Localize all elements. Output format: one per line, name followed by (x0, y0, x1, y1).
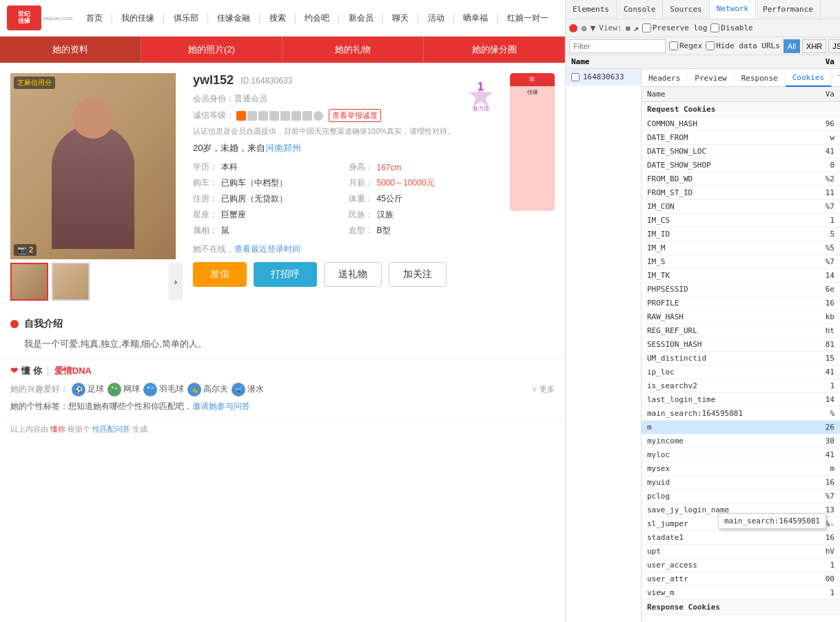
disable-cache-checkbox[interactable] (710, 23, 719, 32)
main-photo[interactable]: 芝麻信用分 📷 2 (10, 73, 176, 259)
cookie-name: mysex (642, 462, 808, 476)
cookie-row[interactable]: FROM_BD_WD %2 (642, 172, 840, 186)
filter-toggle[interactable]: ▼ (590, 23, 595, 33)
cookie-row[interactable]: FROM_ST_ID 11 (642, 186, 840, 200)
more-hobbies-link[interactable]: ∨ 更多 (531, 384, 555, 394)
filter-all-btn[interactable]: All (783, 39, 800, 53)
cookie-row[interactable]: IM_ID 5 (642, 228, 840, 241)
nav-my[interactable]: 我的佳缘 (119, 11, 157, 26)
cookie-name: IM_TK (642, 269, 808, 283)
nav-new[interactable]: 新会员 (346, 11, 376, 26)
tab-network[interactable]: Network (710, 0, 756, 19)
cookie-row[interactable]: myincome 30 (642, 434, 840, 448)
cookie-row[interactable]: UM_distinctid 15 (642, 352, 840, 365)
cookie-row[interactable]: PHPSESSID 6e (642, 283, 840, 297)
cookie-value: 16 (808, 476, 840, 490)
request-item-164830633[interactable]: 164830633 (566, 69, 641, 86)
cookie-row[interactable]: is_searchv2 1 (642, 379, 840, 393)
tab-sources[interactable]: Sources (663, 0, 709, 19)
nav-home[interactable]: 首页 (83, 11, 105, 26)
cookie-row-highlighted[interactable]: m 26 (642, 421, 840, 434)
thumb-next[interactable]: › (169, 263, 183, 301)
cookie-row[interactable]: PROFILE 16 (642, 297, 840, 310)
cookie-row[interactable]: last_login_time 14 (642, 393, 840, 407)
tab-elements[interactable]: Elements (566, 0, 617, 19)
nav-happy[interactable]: 晒幸福 (460, 11, 491, 26)
cookie-row[interactable]: IM_M %5 (642, 241, 840, 255)
cookie-row[interactable]: mysex m (642, 462, 840, 476)
nav-date[interactable]: 约会吧 (302, 11, 332, 26)
cookie-row[interactable]: RAW_HASH kb (642, 310, 840, 324)
sub-tab-timing[interactable]: Timing (832, 69, 840, 87)
preserve-log-checkbox[interactable] (642, 23, 651, 32)
cookie-row[interactable]: IM_TK 14 (642, 269, 840, 283)
col-name[interactable]: Name (642, 87, 808, 102)
sincerity-house-icon (291, 111, 301, 121)
tab-circle[interactable]: 她的缘分圈 (424, 37, 565, 63)
nav-activity[interactable]: 活动 (425, 11, 447, 26)
filter-js-btn[interactable]: JS (828, 39, 840, 53)
expand-view-icon[interactable]: ↗ (634, 23, 639, 33)
cookie-tooltip: main_search:164595081 (718, 513, 826, 529)
hide-data-checkbox[interactable] (706, 41, 715, 50)
cookie-row[interactable]: user_access 1 (642, 559, 840, 572)
regex-checkbox[interactable] (669, 41, 678, 50)
nav-matchmaker[interactable]: 红娘一对一 (504, 11, 551, 26)
filter-xhr-btn[interactable]: XHR (802, 39, 826, 53)
cookie-row[interactable]: pclog %7 (642, 490, 840, 503)
sub-tab-headers[interactable]: Headers (642, 69, 688, 87)
tab-performance[interactable]: Performance (756, 0, 821, 19)
cookie-row[interactable]: DATE_SHOW_SHOP 0 (642, 159, 840, 172)
logo[interactable]: 世纪 佳缘 jiayuan.com (7, 6, 73, 30)
tab-profile[interactable]: 她的资料 (0, 37, 141, 63)
last-login-link[interactable]: 查看最近登录时间 (234, 244, 300, 254)
cookie-row[interactable]: IM_S %7 (642, 255, 840, 269)
send-message-button[interactable]: 发信 (193, 262, 247, 287)
follow-button[interactable]: 加关注 (389, 262, 447, 287)
invite-qa-link[interactable]: 邀请她参与问答 (192, 401, 250, 411)
say-hi-button[interactable]: 打招呼 (254, 262, 317, 287)
location-link[interactable]: 河南郑州 (265, 143, 301, 153)
request-name: 164830633 (583, 72, 624, 81)
nav-finance[interactable]: 佳缘金融 (214, 11, 253, 26)
verify-link[interactable]: 查看举报诚度 (329, 109, 381, 122)
nav-chat[interactable]: 聊天 (389, 11, 411, 26)
cookie-row[interactable]: REG_REF_URL ht (642, 324, 840, 338)
cookies-table: Name Va Request Cookies COMMON_HASH 96 (642, 87, 840, 615)
cookie-row[interactable]: view_m 1 (642, 586, 840, 600)
tab-photos[interactable]: 她的照片(2) (141, 37, 283, 63)
cookie-row[interactable]: stadate1 16 (642, 531, 840, 545)
cookie-row[interactable]: ip_loc 41 (642, 365, 840, 379)
cookie-row[interactable]: upt hV (642, 545, 840, 559)
cookie-row[interactable]: DATE_FROM w (642, 131, 840, 145)
sub-tab-preview[interactable]: Preview (688, 69, 734, 87)
clear-button[interactable]: ⊗ (581, 23, 586, 34)
list-view-icon[interactable]: ≡ (625, 23, 630, 33)
tab-gifts[interactable]: 她的礼物 (283, 37, 424, 63)
request-checkbox[interactable] (571, 73, 580, 81)
sub-tab-response[interactable]: Response (735, 69, 786, 87)
cookie-row[interactable]: myloc 41 (642, 448, 840, 462)
cookie-value: w (808, 131, 840, 145)
cookie-row[interactable]: user_attr 00 (642, 572, 840, 586)
col-value[interactable]: Va (808, 87, 840, 102)
record-button[interactable] (569, 24, 577, 32)
nav-club[interactable]: 俱乐部 (171, 11, 201, 26)
cookie-row[interactable]: DATE_SHOW_LOC 41 (642, 145, 840, 159)
filter-input[interactable] (569, 39, 666, 53)
cookie-row[interactable]: IM_CS 1 (642, 214, 840, 228)
response-cookies-header: Response Cookies (642, 600, 840, 615)
thumb-1[interactable] (10, 263, 48, 301)
send-gift-button[interactable]: 送礼物 (324, 262, 382, 287)
profile-photo-column: 芝麻信用分 📷 2 › (10, 73, 183, 301)
nav-search[interactable]: 搜索 (267, 11, 289, 26)
cookie-row[interactable]: main_search:164595081 % (642, 407, 840, 421)
cookie-row[interactable]: myuid 16 (642, 476, 840, 490)
cookie-row[interactable]: SESSION_HASH 81 (642, 338, 840, 352)
cookie-row[interactable]: COMMON_HASH 96 (642, 117, 840, 131)
personality-link[interactable]: 性匹配问答 (92, 425, 130, 433)
thumb-2[interactable] (52, 263, 90, 301)
cookie-row[interactable]: IM_CON %7 (642, 200, 840, 214)
tab-console[interactable]: Console (617, 0, 663, 19)
sub-tab-cookies[interactable]: Cookies (786, 69, 832, 87)
